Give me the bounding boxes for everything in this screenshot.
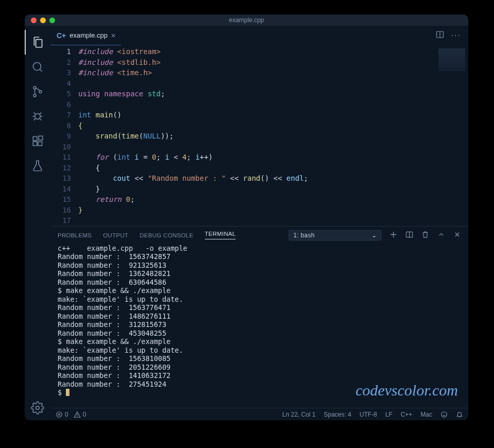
tab-terminal[interactable]: TERMINAL bbox=[205, 231, 236, 239]
traffic-lights bbox=[25, 18, 55, 23]
svg-rect-5 bbox=[33, 136, 37, 141]
tab-output[interactable]: OUTPUT bbox=[103, 232, 128, 238]
svg-point-4 bbox=[35, 114, 41, 119]
terminal-selector-label: 1: bash bbox=[293, 232, 314, 239]
activity-bar bbox=[25, 26, 50, 420]
status-indentation[interactable]: Spaces: 4 bbox=[324, 411, 351, 418]
status-eol[interactable]: LF bbox=[385, 411, 393, 418]
tab-example-cpp[interactable]: C+ example.cpp × bbox=[50, 26, 121, 45]
minimap[interactable] bbox=[438, 48, 465, 71]
bottom-panel: PROBLEMS OUTPUT DEBUG CONSOLE TERMINAL 1… bbox=[50, 226, 468, 408]
close-tab-icon[interactable]: × bbox=[111, 31, 116, 40]
svg-point-0 bbox=[33, 62, 41, 70]
new-terminal-icon[interactable] bbox=[390, 231, 397, 239]
maximize-panel-icon[interactable] bbox=[437, 231, 445, 239]
debug-icon[interactable] bbox=[25, 104, 50, 129]
line-number-gutter: 1234567891011121314151617 bbox=[50, 45, 78, 226]
minimize-window-button[interactable] bbox=[40, 18, 46, 23]
svg-point-9 bbox=[36, 406, 40, 410]
svg-point-3 bbox=[39, 91, 42, 93]
kill-terminal-icon[interactable] bbox=[421, 231, 429, 239]
window-title: example.cpp bbox=[25, 16, 468, 24]
extensions-icon[interactable] bbox=[25, 129, 50, 153]
explorer-icon[interactable] bbox=[25, 30, 50, 55]
terminal-output[interactable]: c++ example.cpp -o exampleRandom number … bbox=[50, 244, 468, 408]
status-encoding[interactable]: UTF-8 bbox=[360, 411, 377, 418]
maximize-window-button[interactable] bbox=[49, 18, 55, 23]
testing-icon[interactable] bbox=[25, 153, 50, 178]
more-actions-icon[interactable]: ··· bbox=[451, 31, 461, 40]
close-window-button[interactable] bbox=[31, 18, 37, 23]
panel-tabs: PROBLEMS OUTPUT DEBUG CONSOLE TERMINAL 1… bbox=[50, 227, 468, 244]
cpp-file-icon: C+ bbox=[57, 31, 66, 40]
search-icon[interactable] bbox=[25, 55, 50, 79]
code-content[interactable]: #include <iostream>#include <stdlib.h>#i… bbox=[78, 45, 468, 226]
notifications-icon[interactable] bbox=[456, 411, 463, 418]
status-warnings[interactable]: 0 bbox=[74, 411, 86, 418]
split-terminal-icon[interactable] bbox=[405, 231, 413, 239]
split-editor-icon[interactable] bbox=[436, 30, 444, 41]
status-language[interactable]: C++ bbox=[401, 411, 413, 418]
tab-bar: C+ example.cpp × ··· bbox=[50, 26, 468, 45]
svg-rect-6 bbox=[33, 142, 37, 146]
status-cursor-position[interactable]: Ln 22, Col 1 bbox=[283, 411, 316, 418]
settings-gear-icon[interactable] bbox=[25, 395, 50, 420]
status-errors[interactable]: 0 bbox=[56, 411, 68, 418]
code-editor[interactable]: 1234567891011121314151617 #include <iost… bbox=[50, 45, 468, 226]
svg-rect-7 bbox=[38, 142, 42, 146]
svg-point-1 bbox=[33, 87, 36, 89]
chevron-down-icon: ⌄ bbox=[372, 232, 377, 239]
svg-rect-8 bbox=[39, 136, 43, 140]
tab-debug-console[interactable]: DEBUG CONSOLE bbox=[139, 232, 193, 238]
editor-window: example.cpp bbox=[25, 14, 468, 420]
source-control-icon[interactable] bbox=[25, 79, 50, 104]
tab-problems[interactable]: PROBLEMS bbox=[58, 232, 92, 238]
close-panel-icon[interactable] bbox=[453, 231, 461, 239]
svg-point-2 bbox=[33, 94, 36, 97]
feedback-icon[interactable] bbox=[440, 411, 448, 418]
tab-filename: example.cpp bbox=[69, 31, 108, 39]
terminal-selector[interactable]: 1: bash ⌄ bbox=[289, 230, 381, 240]
svg-point-13 bbox=[442, 411, 447, 417]
status-os[interactable]: Mac bbox=[420, 411, 432, 418]
titlebar[interactable]: example.cpp bbox=[25, 14, 468, 26]
status-bar: 0 0 Ln 22, Col 1 Spaces: 4 UTF-8 LF C++ … bbox=[50, 408, 468, 420]
